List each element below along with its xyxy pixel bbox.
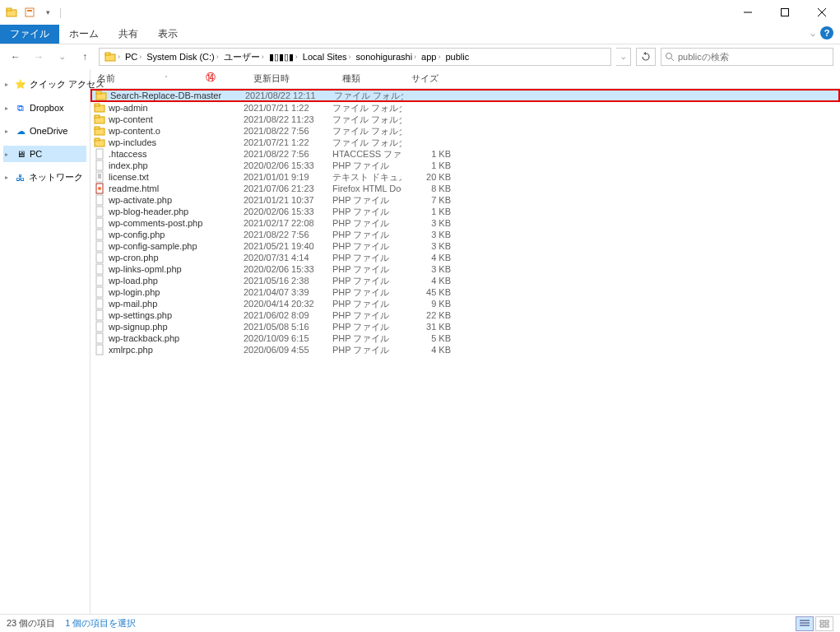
sidebar-quick-access[interactable]: ⭐クイック アクセス bbox=[3, 76, 86, 93]
file-row[interactable]: wp-mail.php2020/04/14 20:32PHP ファイル9 KB bbox=[90, 298, 840, 309]
file-row[interactable]: readme.html2021/07/06 21:23Firefox HTML … bbox=[90, 183, 840, 194]
svg-rect-43 bbox=[96, 345, 103, 355]
file-name: wp-login.php bbox=[109, 287, 160, 297]
file-row[interactable]: xmlrpc.php2020/06/09 4:55PHP ファイル4 KB bbox=[90, 344, 840, 356]
close-button[interactable] bbox=[803, 0, 840, 25]
breadcrumb-seg-5[interactable]: sonohigurashi› bbox=[355, 52, 419, 62]
ribbon-expand-icon[interactable]: ⌵ bbox=[810, 29, 815, 38]
col-name[interactable]: 名前˄ bbox=[90, 69, 247, 88]
file-row[interactable]: license.txt2021/01/01 9:19テキスト ドキュメント20 … bbox=[90, 171, 840, 183]
file-row[interactable]: wp-config-sample.php2021/05/21 19:40PHP … bbox=[90, 240, 840, 252]
breadcrumb[interactable]: › PC› System Disk (C:)› ユーザー› ▮▯▮▯▮› Loc… bbox=[99, 48, 611, 66]
file-row[interactable]: .htaccess2021/08/22 7:56HTACCESS ファイル1 K… bbox=[90, 148, 840, 160]
file-date: 2021/08/22 11:23 bbox=[244, 114, 332, 124]
file-date: 2021/01/21 10:37 bbox=[244, 195, 332, 205]
file-row[interactable]: wp-links-opml.php2020/02/06 15:33PHP ファイ… bbox=[90, 263, 840, 275]
breadcrumb-seg-0[interactable]: PC› bbox=[123, 52, 143, 62]
file-name: wp-activate.php bbox=[109, 195, 172, 205]
breadcrumb-seg-7[interactable]: public bbox=[443, 52, 471, 62]
file-name: wp-settings.php bbox=[109, 310, 172, 320]
file-type: PHP ファイル bbox=[332, 217, 401, 230]
svg-rect-34 bbox=[96, 241, 103, 251]
file-date: 2021/05/16 2:38 bbox=[244, 276, 332, 286]
file-row[interactable]: wp-blog-header.php2020/02/06 15:33PHP ファ… bbox=[90, 206, 840, 217]
file-name: wp-blog-header.php bbox=[109, 207, 188, 216]
file-name: wp-content bbox=[109, 114, 153, 124]
refresh-button[interactable] bbox=[636, 48, 656, 66]
file-row[interactable]: wp-content.o2021/08/22 7:56ファイル フォルダー bbox=[90, 125, 840, 137]
file-size: 4 KB bbox=[401, 253, 451, 263]
breadcrumb-dropdown[interactable]: ⌵ bbox=[616, 48, 631, 66]
svg-rect-36 bbox=[96, 264, 103, 274]
sidebar-onedrive[interactable]: ☁OneDrive bbox=[3, 123, 86, 139]
php-icon bbox=[94, 321, 105, 332]
file-row[interactable]: wp-activate.php2021/01/21 10:37PHP ファイル7… bbox=[90, 194, 840, 206]
file-row[interactable]: wp-comments-post.php2021/02/17 22:08PHP … bbox=[90, 217, 840, 229]
svg-rect-2 bbox=[26, 8, 34, 16]
folder-icon bbox=[94, 102, 105, 114]
tab-share[interactable]: 共有 bbox=[109, 25, 148, 44]
qat-properties-icon[interactable] bbox=[23, 6, 36, 19]
help-icon[interactable]: ? bbox=[820, 26, 833, 40]
file-row[interactable]: wp-trackback.php2020/10/09 6:15PHP ファイル5… bbox=[90, 332, 840, 344]
file-row[interactable]: wp-signup.php2021/05/08 5:16PHP ファイル31 K… bbox=[90, 321, 840, 332]
breadcrumb-seg-4[interactable]: Local Sites› bbox=[301, 52, 353, 62]
file-row[interactable]: wp-cron.php2020/07/31 4:14PHP ファイル4 KB bbox=[90, 252, 840, 263]
file-name: wp-cron.php bbox=[109, 253, 159, 263]
search-box[interactable] bbox=[661, 48, 833, 66]
breadcrumb-seg-1[interactable]: System Disk (C:)› bbox=[145, 52, 220, 62]
tab-home[interactable]: ホーム bbox=[59, 25, 109, 44]
file-row[interactable]: wp-login.php2021/04/07 3:39PHP ファイル45 KB bbox=[90, 286, 840, 298]
file-row[interactable]: wp-load.php2021/05/16 2:38PHP ファイル4 KB bbox=[90, 275, 840, 286]
breadcrumb-seg-3[interactable]: ▮▯▮▯▮› bbox=[267, 52, 299, 63]
view-large-button[interactable] bbox=[815, 616, 833, 631]
maximize-button[interactable] bbox=[766, 0, 803, 25]
network-icon: 🖧 bbox=[15, 172, 26, 184]
file-date: 2021/07/06 21:23 bbox=[244, 184, 332, 193]
file-name: wp-mail.php bbox=[109, 299, 157, 309]
breadcrumb-root-icon[interactable]: › bbox=[103, 51, 122, 63]
up-button[interactable]: ↑ bbox=[76, 48, 94, 66]
forward-button[interactable]: → bbox=[30, 48, 48, 66]
file-row[interactable]: wp-config.php2021/08/22 7:56PHP ファイル3 KB bbox=[90, 229, 840, 240]
file-date: 2021/05/21 19:40 bbox=[244, 241, 332, 251]
sidebar-pc[interactable]: 🖥PC bbox=[3, 146, 86, 162]
tab-view[interactable]: 表示 bbox=[148, 25, 188, 44]
search-input[interactable] bbox=[678, 52, 829, 62]
breadcrumb-seg-2[interactable]: ユーザー› bbox=[222, 51, 266, 63]
file-row[interactable]: wp-admin2021/07/21 1:22ファイル フォルダー bbox=[90, 102, 840, 114]
file-type: PHP ファイル bbox=[332, 160, 401, 172]
col-date[interactable]: 更新日時 bbox=[247, 69, 336, 88]
file-size: 9 KB bbox=[401, 299, 451, 309]
file-type: ファイル フォルダー bbox=[332, 137, 401, 149]
col-size[interactable]: サイズ bbox=[405, 69, 457, 88]
back-button[interactable]: ← bbox=[7, 48, 25, 66]
php-icon bbox=[94, 206, 105, 217]
file-date: 2020/07/31 4:14 bbox=[244, 253, 332, 263]
qat-dropdown-icon[interactable]: ▾ bbox=[41, 6, 54, 19]
file-row[interactable]: wp-includes2021/07/21 1:22ファイル フォルダー bbox=[90, 137, 840, 148]
recent-dropdown[interactable]: ⌵ bbox=[53, 48, 71, 66]
php-icon bbox=[94, 263, 105, 275]
breadcrumb-seg-6[interactable]: app› bbox=[420, 52, 442, 62]
svg-rect-47 bbox=[820, 620, 824, 623]
search-icon bbox=[665, 52, 675, 62]
file-date: 2020/02/06 15:33 bbox=[244, 207, 332, 216]
file-row[interactable]: wp-settings.php2021/06/02 8:09PHP ファイル22… bbox=[90, 309, 840, 321]
file-row[interactable]: Search-Replace-DB-master2021/08/22 12:11… bbox=[90, 89, 840, 102]
minimize-button[interactable] bbox=[729, 0, 766, 25]
col-type[interactable]: 種類 bbox=[336, 69, 405, 88]
file-type: PHP ファイル bbox=[332, 321, 401, 333]
file-type: Firefox HTML Docum... bbox=[332, 184, 401, 193]
svg-rect-35 bbox=[96, 253, 103, 263]
sidebar-network[interactable]: 🖧ネットワーク bbox=[3, 169, 86, 186]
svg-rect-21 bbox=[95, 138, 100, 141]
file-row[interactable]: wp-content2021/08/22 11:23ファイル フォルダー bbox=[90, 114, 840, 125]
html-icon bbox=[94, 183, 105, 194]
file-row[interactable]: index.php2020/02/06 15:33PHP ファイル1 KB bbox=[90, 160, 840, 171]
sidebar-dropbox[interactable]: ⧉Dropbox bbox=[3, 100, 86, 116]
tab-file[interactable]: ファイル bbox=[0, 25, 59, 44]
view-details-button[interactable] bbox=[796, 616, 814, 631]
file-size: 4 KB bbox=[401, 345, 451, 355]
svg-rect-48 bbox=[825, 620, 828, 623]
